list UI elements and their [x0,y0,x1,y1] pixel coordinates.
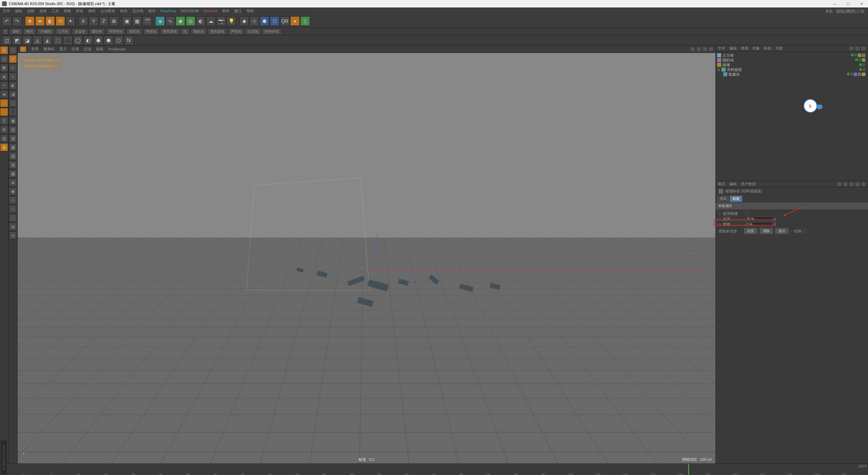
obj-menu-bookmarks[interactable]: 书签 [775,46,783,51]
obj-filter-icon[interactable] [855,46,860,51]
add-deformer[interactable]: ◐ [196,16,205,26]
menu-file[interactable]: 文件 [3,8,10,14]
etool[interactable]: ▩ [9,170,17,178]
recent-tool[interactable]: ✦ [66,16,75,26]
etool[interactable]: ◍ [9,223,17,231]
uvpoly-mode[interactable]: ▱ [0,99,8,107]
lock-z[interactable]: Z [99,16,108,26]
add-light[interactable]: 💡 [226,16,236,26]
attr-menu-userdata[interactable]: 用户数据 [741,182,756,187]
etool[interactable]: ∿ [9,73,17,81]
shelf-icon[interactable]: ◭ [43,36,52,45]
shelf-tab-1[interactable]: 雕刻 [23,28,36,35]
attr-nav-fwd[interactable] [849,182,854,187]
etool[interactable]: ◑ [9,90,17,98]
menu-script[interactable]: 脚本 [222,8,230,14]
bounce-field[interactable] [745,216,772,221]
show-button[interactable]: 显示 [775,228,789,234]
model-mode[interactable]: ▦ [0,46,8,54]
add-primitive[interactable]: ◈ [155,16,165,26]
texture-mode[interactable]: ◫ [0,55,8,63]
lock-y[interactable]: Y [89,16,98,26]
draw-checkbox[interactable]: ✓ [803,229,807,233]
workplane[interactable]: ▤ [0,134,8,142]
menu-mesh[interactable]: 网格 [64,8,71,14]
snap-settings[interactable]: ⚙ [0,126,8,134]
shelf-tab-12[interactable]: 着色器域 [208,28,227,35]
tag-icon[interactable] [862,54,865,57]
timeline-ruler[interactable]: 0510152025303540455055606570758085909510… [0,464,868,475]
menu-select[interactable]: 选择 [39,8,47,14]
menu-edit[interactable]: 编辑 [15,8,22,14]
redo-button[interactable]: ↷ [12,16,22,26]
obj-menu-tags[interactable]: 标签 [764,46,771,51]
menu-insydium[interactable]: INSYDIUM [181,9,199,13]
attr-menu-mode[interactable]: 模式 [718,182,725,187]
shelf-icon[interactable]: ◬ [33,36,42,45]
etool[interactable]: ○ [9,205,17,213]
etool[interactable]: ▦ [9,143,17,151]
snap-toggle[interactable]: S [0,117,8,125]
render-view[interactable]: ▣ [122,16,132,26]
shelf-tab-2[interactable]: UV编辑 [37,28,54,35]
shelf-icon[interactable]: ⬡ [114,36,123,45]
menu-help[interactable]: 帮助 [246,8,254,14]
menu-character[interactable]: 角色 [120,8,127,14]
shelf-tab-4[interactable]: 多边体 [72,28,88,35]
minimize-button[interactable]: — [830,2,839,6]
attr-nav-up[interactable] [843,182,848,187]
obj-search-icon[interactable] [849,46,854,51]
obj-menu-file[interactable]: 文件 [718,46,725,51]
etool[interactable]: ◎ [9,231,17,240]
shelf-icon[interactable]: ◩ [12,36,22,45]
etool[interactable]: ▥ [9,134,17,142]
ext-tool-1[interactable]: ◆ [239,16,249,26]
vp-menu-options[interactable]: 选项 [72,46,79,52]
tree-row-cube[interactable]: 立方体 [717,53,867,58]
shelf-icon[interactable]: ◯ [73,36,83,45]
etool[interactable]: ▤ [9,126,17,134]
shelf-icon[interactable]: ⬣ [94,36,103,45]
vp-nav-4[interactable] [709,47,713,52]
shelf-tab-9[interactable]: 着色器域 [160,28,180,35]
tag-icon[interactable] [858,73,861,76]
obj-menu-edit[interactable]: 编辑 [729,46,737,51]
close-button[interactable]: ✕ [857,2,866,6]
attr-menu-edit[interactable]: 编辑 [729,182,737,187]
undo-button[interactable]: ↶ [2,16,12,26]
shelf-tab-11[interactable]: 随机域 [191,28,207,35]
vp-nav-icon[interactable]: ✥ [20,46,26,52]
etool[interactable]: ◊ [9,196,17,204]
shelf-icon[interactable]: ⬢ [104,36,113,45]
tree-row-cloth[interactable]: ⊟ 布料曲面 [717,67,867,72]
etool[interactable]: ▣ [9,117,17,125]
object-tree[interactable]: 立方体 随机域 碰撞 ⊟ 布料曲面 [716,52,868,181]
tag-icon[interactable] [862,58,865,62]
maximize-button[interactable]: ☐ [844,2,853,6]
etool[interactable]: ◌ [9,214,17,222]
shelf-tab-14[interactable]: 公式域 [245,28,261,35]
shelf-icon[interactable]: ◫ [2,36,12,45]
render-region[interactable]: ▦ [132,16,142,26]
select-tool[interactable]: ✥ [25,16,35,26]
ext-tool-5[interactable]: QR [280,16,290,26]
shelf-tab-3[interactable]: 立方体 [55,28,71,35]
attr-tab-basic[interactable]: 基本 [717,196,729,202]
add-generator[interactable]: ◉ [176,16,185,26]
vp-menu-prorender[interactable]: ProRender [108,47,126,51]
shelf-icon[interactable]: ◐ [83,36,93,45]
etool[interactable]: ◈ [9,178,17,187]
etool[interactable]: ▨ [9,161,17,169]
obj-eye-icon[interactable] [861,46,866,51]
etool[interactable]: ↖ [9,64,17,72]
vp-nav-1[interactable] [690,47,695,52]
attr-lock-icon[interactable] [855,182,860,187]
tree-row-collider[interactable]: 碰撞 [717,62,867,67]
etool[interactable]: ◉ [9,187,17,195]
obj-menu-object[interactable]: 对象 [752,46,760,51]
attr-tab-tag[interactable]: 标签 [730,196,742,202]
use-collision-checkbox[interactable]: ✓ [745,211,749,215]
vp-menu-filter[interactable]: 过滤 [84,46,91,52]
vp-nav-2[interactable] [696,47,701,52]
add-camera[interactable]: 📷 [216,16,226,26]
